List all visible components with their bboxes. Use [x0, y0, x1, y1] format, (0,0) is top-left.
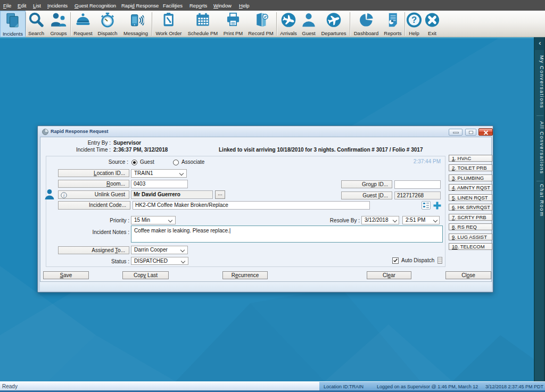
svg-text:?: ?	[411, 15, 417, 25]
svg-text:i: i	[63, 193, 64, 198]
